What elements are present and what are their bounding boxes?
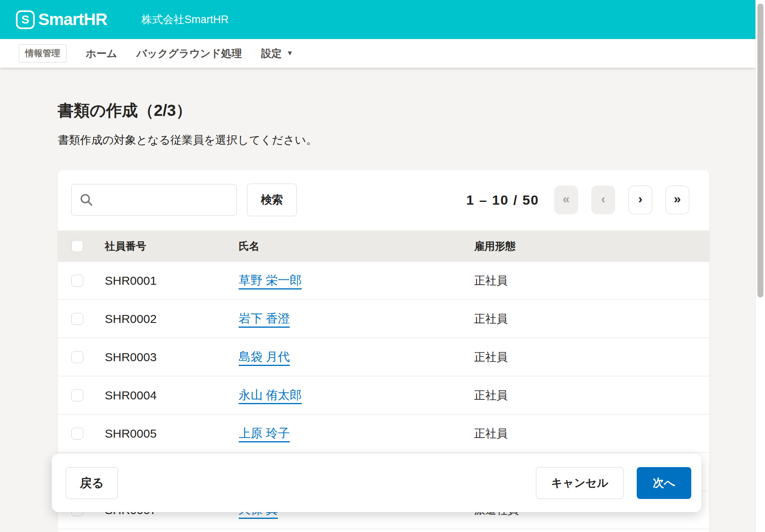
vertical-scrollbar[interactable]: [755, 0, 765, 532]
employment-type-cell: 正社員: [474, 388, 709, 403]
row-checkbox[interactable]: [71, 389, 83, 401]
page-description: 書類作成の対象となる従業員を選択してください。: [58, 133, 755, 148]
employment-type-cell: 正社員: [474, 350, 709, 365]
prev-page-button[interactable]: ‹: [591, 186, 615, 214]
row-checkbox[interactable]: [71, 313, 83, 325]
table-row: SHR0005 上原 玲子 正社員: [58, 414, 709, 452]
employee-code-cell: SHR0004: [105, 389, 239, 402]
table-header-row: 社員番号 氏名 雇用形態: [58, 231, 709, 261]
app-nav: 情報管理 ホーム バックグラウンド処理 設定 ▼: [0, 39, 755, 68]
employee-code-cell: SHR0003: [105, 350, 239, 364]
employee-name-link[interactable]: 島袋 月代: [239, 350, 290, 363]
chevron-right-icon: ›: [638, 192, 643, 205]
pagination-range: 1 – 10 / 50: [466, 192, 539, 208]
smarthr-logo-wordmark: SmartHR: [38, 10, 107, 29]
column-header-name: 氏名: [239, 239, 474, 253]
next-row-edge: [58, 529, 709, 532]
double-chevron-right-icon: »: [674, 192, 681, 205]
smarthr-logo[interactable]: S SmartHR: [16, 10, 107, 29]
search-input[interactable]: [71, 184, 237, 216]
column-header-employment-type: 雇用形態: [474, 239, 709, 253]
row-checkbox[interactable]: [71, 351, 83, 363]
page-title: 書類の作成（2/3）: [58, 100, 755, 121]
employee-name-link[interactable]: 草野 栄一郎: [239, 274, 302, 287]
app-badge-joho-kanri: 情報管理: [19, 44, 67, 63]
nav-item-settings[interactable]: 設定 ▼: [261, 47, 293, 61]
app-header: S SmartHR 株式会社SmartHR: [0, 0, 755, 39]
employment-type-cell: 正社員: [474, 311, 709, 327]
table-row: SHR0003 島袋 月代 正社員: [58, 338, 709, 376]
row-checkbox[interactable]: [71, 428, 83, 440]
table-body: SHR0001 草野 栄一郎 正社員 SHR0002 岩下 香澄 正社員 SHR: [58, 261, 709, 452]
employee-code-cell: SHR0002: [105, 312, 239, 326]
select-all-checkbox[interactable]: [71, 240, 83, 252]
app-window: S SmartHR 株式会社SmartHR 情報管理 ホーム バックグラウンド処…: [0, 0, 755, 532]
pagination-controls: « ‹ › »: [554, 186, 689, 214]
employment-type-cell: 正社員: [474, 273, 709, 288]
next-page-button[interactable]: ›: [628, 186, 652, 214]
table-toolbar: 検索 1 – 10 / 50 « ‹ › »: [58, 170, 709, 231]
company-name: 株式会社SmartHR: [141, 12, 229, 27]
next-button[interactable]: 次へ: [637, 467, 691, 499]
scrollbar-thumb[interactable]: [757, 4, 763, 297]
chevron-left-icon: ‹: [601, 192, 606, 205]
row-checkbox[interactable]: [71, 275, 83, 287]
column-header-employee-code: 社員番号: [105, 239, 239, 253]
smarthr-logo-icon: S: [16, 10, 35, 29]
search-box: [71, 184, 237, 216]
employment-type-cell: 正社員: [474, 426, 709, 441]
cancel-button[interactable]: キャンセル: [536, 467, 624, 499]
employee-code-cell: SHR0005: [105, 427, 239, 440]
nav-item-home[interactable]: ホーム: [86, 47, 117, 61]
table-row: SHR0001 草野 栄一郎 正社員: [58, 261, 709, 299]
table-row: SHR0002 岩下 香澄 正社員: [58, 299, 709, 338]
first-page-button[interactable]: «: [554, 186, 578, 214]
double-chevron-left-icon: «: [563, 192, 570, 205]
search-button[interactable]: 検索: [247, 184, 297, 216]
employee-name-link[interactable]: 岩下 香澄: [239, 312, 290, 325]
back-button[interactable]: 戻る: [66, 467, 118, 499]
last-page-button[interactable]: »: [665, 186, 689, 214]
chevron-down-icon: ▼: [286, 49, 293, 57]
employee-name-link[interactable]: 永山 侑太郎: [239, 388, 302, 401]
nav-item-background-jobs[interactable]: バックグラウンド処理: [136, 47, 242, 61]
action-footer: 戻る キャンセル 次へ: [52, 454, 701, 512]
employee-name-link[interactable]: 上原 玲子: [239, 426, 290, 440]
table-row: SHR0004 永山 侑太郎 正社員: [58, 376, 709, 414]
employee-code-cell: SHR0001: [105, 274, 239, 288]
